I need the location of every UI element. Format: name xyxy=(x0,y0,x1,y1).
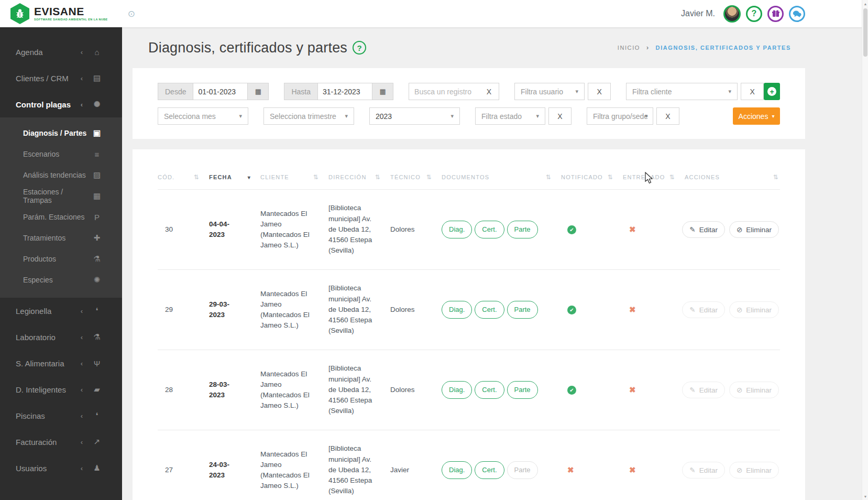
sidebar-item-usuarios[interactable]: Usuarios‹♟ xyxy=(0,455,122,481)
filter-group-site-select[interactable]: Filtra grupo/sede▾ xyxy=(587,107,653,125)
delete-button[interactable]: ⊘Eliminar xyxy=(729,462,779,479)
vertical-scrollbar[interactable]: ▲ ▼ xyxy=(862,0,868,500)
filter-status-select[interactable]: Filtra estado▾ xyxy=(475,107,545,125)
row-address: [Biblioteca municipal] Av. de Ubeda 12, … xyxy=(328,363,381,416)
sort-icon[interactable]: ⇅ xyxy=(375,173,381,181)
year-select[interactable]: 2023▾ xyxy=(369,107,460,125)
chevron-left-icon: ‹ xyxy=(73,464,91,472)
delete-icon: ⊘ xyxy=(737,225,742,234)
row-actions: ✎Editar ⊘Eliminar xyxy=(685,301,779,318)
doc-badge-diag[interactable]: Diag. xyxy=(442,461,472,479)
column-header-acciones[interactable]: ACCIONES⇅ xyxy=(685,173,779,181)
doc-badge-diag[interactable]: Diag. xyxy=(442,381,472,399)
edit-button[interactable]: ✎Editar xyxy=(682,462,725,479)
sidebar-item-escenarios[interactable]: Escenarios≡ xyxy=(0,144,122,165)
filter-client-select[interactable]: Filtra cliente▾ xyxy=(626,83,738,100)
sidebar-item-facturaci-n[interactable]: Facturación‹↗ xyxy=(0,429,122,455)
filter-user-select[interactable]: Filtra usuario▾ xyxy=(514,83,585,100)
search-input[interactable] xyxy=(409,88,479,96)
help-icon[interactable]: ? xyxy=(746,6,762,22)
sidebar-item-especies[interactable]: Especies✺ xyxy=(0,269,122,290)
chart-line-icon: ↗ xyxy=(91,437,103,447)
month-select[interactable]: Selecciona mes▾ xyxy=(158,107,248,125)
page-help-icon[interactable]: ? xyxy=(353,41,366,55)
column-header-cliente[interactable]: CLIENTE⇅ xyxy=(260,173,319,181)
sort-icon[interactable]: ⇅ xyxy=(669,173,675,181)
sort-desc-icon[interactable]: ▾ xyxy=(248,175,251,180)
column-header-cod[interactable]: CÓD.⇅ xyxy=(158,173,200,181)
sidebar-toggle-icon[interactable]: ⊙ xyxy=(128,8,135,19)
calendar-icon[interactable]: ▦ xyxy=(248,83,269,100)
breadcrumb: INICIO › DIAGNOSIS, CERTIFICADOS Y PARTE… xyxy=(618,44,791,51)
doc-badge-diag[interactable]: Diag. xyxy=(442,221,472,238)
sort-icon[interactable]: ⇅ xyxy=(313,173,319,181)
filter-status-clear-button[interactable]: X xyxy=(548,107,572,125)
sort-icon[interactable]: ⇅ xyxy=(608,173,613,181)
add-record-button[interactable]: + xyxy=(764,83,780,100)
doc-badge-parte[interactable]: Parte xyxy=(507,221,538,238)
sidebar-item-agenda[interactable]: Agenda‹⌂ xyxy=(0,39,122,65)
sidebar-item-d-inteligentes[interactable]: D. Inteligentes‹▰ xyxy=(0,376,122,403)
droplet-icon: ❛ xyxy=(91,411,103,420)
edit-button[interactable]: ✎Editar xyxy=(682,221,725,238)
sidebar-item-estaciones-trampas[interactable]: Estaciones / Trampas▦ xyxy=(0,186,122,206)
row-client: Mantecados El Jameo (Mantecados El Jameo… xyxy=(260,449,319,492)
sidebar-item-legionella[interactable]: Legionella‹❛ xyxy=(0,298,122,324)
edit-button[interactable]: ✎Editar xyxy=(682,301,725,318)
doc-badge-cert[interactable]: Cert. xyxy=(475,381,504,399)
scroll-down-icon[interactable]: ▼ xyxy=(862,493,868,500)
gift-icon[interactable] xyxy=(767,6,784,22)
sidebar-item-label: Piscinas xyxy=(16,411,73,420)
doc-badge-cert[interactable]: Cert. xyxy=(475,461,504,479)
date-from-input[interactable] xyxy=(193,83,248,100)
search-clear-button[interactable]: X xyxy=(479,88,499,96)
filter-user-clear-button[interactable]: X xyxy=(588,83,611,100)
doc-badge-parte[interactable]: Parte xyxy=(507,461,538,479)
column-header-entregado[interactable]: ENTREGADO⇅ xyxy=(623,173,675,181)
delete-button[interactable]: ⊘Eliminar xyxy=(729,221,779,238)
delete-button[interactable]: ⊘Eliminar xyxy=(729,382,779,398)
quarter-select[interactable]: Selecciona trimestre▾ xyxy=(263,107,354,125)
sidebar-item-clientes-crm[interactable]: Clientes / CRM‹▤ xyxy=(0,65,122,91)
sidebar-item-piscinas[interactable]: Piscinas‹❛ xyxy=(0,403,122,429)
column-header-notificado[interactable]: NOTIFICADO⇅ xyxy=(561,173,613,181)
breadcrumb-home[interactable]: INICIO xyxy=(618,45,640,51)
sidebar-item-laboratorio[interactable]: Laboratorio‹⚗ xyxy=(0,324,122,350)
sidebar-item-diagnosis-partes[interactable]: Diagnosis / Partes▣ xyxy=(0,123,122,144)
acciones-button[interactable]: Acciones▾ xyxy=(733,107,780,125)
column-header-documentos[interactable]: DOCUMENTOS⇅ xyxy=(442,173,552,181)
sort-icon[interactable]: ⇅ xyxy=(194,173,200,181)
chat-icon[interactable] xyxy=(789,6,805,22)
user-avatar[interactable] xyxy=(723,5,741,23)
date-to-input[interactable] xyxy=(318,83,372,100)
doc-badge-diag[interactable]: Diag. xyxy=(442,301,472,319)
scrollbar-thumb[interactable] xyxy=(863,8,867,57)
sidebar-item-productos[interactable]: Productos⚗ xyxy=(0,248,122,269)
column-header-direccion[interactable]: DIRECCIÓN⇅ xyxy=(328,173,381,181)
sort-icon[interactable]: ⇅ xyxy=(426,173,432,181)
delete-button[interactable]: ⊘Eliminar xyxy=(729,301,779,318)
sidebar-item-tratamientos[interactable]: Tratamientos✚ xyxy=(0,227,122,248)
sort-icon[interactable]: ⇅ xyxy=(546,173,552,181)
row-code: 30 xyxy=(158,224,200,235)
column-header-tecnico[interactable]: TÉCNICO⇅ xyxy=(390,173,432,181)
row-client: Mantecados El Jameo (Mantecados El Jameo… xyxy=(260,289,319,331)
doc-badge-parte[interactable]: Parte xyxy=(507,381,538,399)
column-header-fecha[interactable]: FECHA▾ xyxy=(209,174,251,180)
scroll-up-icon[interactable]: ▲ xyxy=(862,0,868,7)
sidebar-item-an-lisis-tendencias[interactable]: Análisis tendencias▨ xyxy=(0,165,122,186)
sort-icon[interactable]: ⇅ xyxy=(773,173,779,181)
brand-logo[interactable]: EVISANE SOFTWARE SANIDAD AMBIENTAL EN LA… xyxy=(10,3,108,24)
edit-button[interactable]: ✎Editar xyxy=(682,382,725,398)
filter-group-site-clear-button[interactable]: X xyxy=(656,107,679,125)
user-name[interactable]: Javier M. xyxy=(681,9,715,18)
doc-badge-cert[interactable]: Cert. xyxy=(475,301,504,319)
doc-badge-parte[interactable]: Parte xyxy=(507,301,538,319)
chevron-left-icon: ‹ xyxy=(73,101,91,108)
sidebar-item-s-alimentaria[interactable]: S. Alimentaria‹Ψ xyxy=(0,350,122,376)
calendar-icon[interactable]: ▦ xyxy=(372,83,393,100)
sidebar-item-par-m-estaciones[interactable]: Parám. EstacionesP xyxy=(0,206,122,227)
sidebar-item-control-plagas[interactable]: Control plagas‹✺ xyxy=(0,91,122,117)
filter-client-clear-button[interactable]: X xyxy=(741,83,764,100)
doc-badge-cert[interactable]: Cert. xyxy=(475,221,504,238)
